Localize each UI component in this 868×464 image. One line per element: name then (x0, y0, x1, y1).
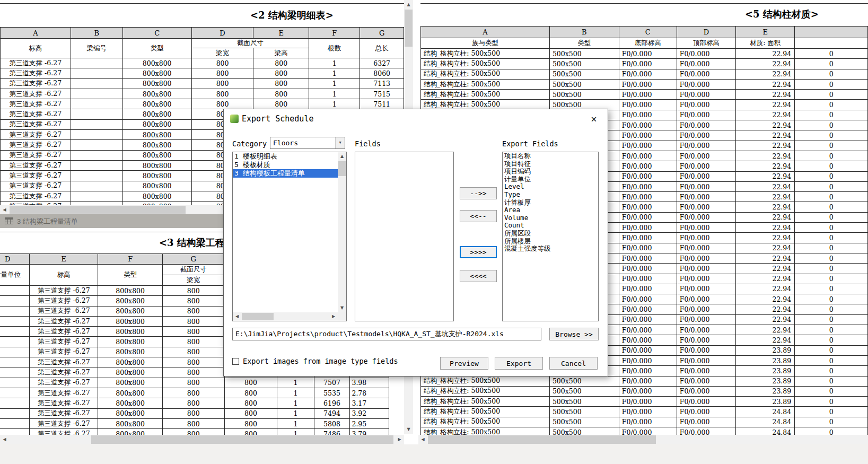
scroll-down-button[interactable]: ▼ (338, 304, 346, 312)
data-cell[interactable]: 结构_格构立柱: 500x500 (421, 79, 550, 89)
data-cell[interactable]: 0 (795, 141, 868, 151)
data-cell[interactable]: 1 (309, 78, 360, 89)
data-cell[interactable]: F0/0.000 (677, 417, 736, 427)
data-cell[interactable]: 23.89 (736, 345, 795, 355)
export-field-item[interactable]: 项目编码 (503, 168, 598, 176)
data-cell[interactable]: 22.94 (736, 294, 795, 304)
data-cell[interactable]: 500x500 (549, 59, 619, 69)
scroll-thumb[interactable] (242, 313, 274, 320)
data-cell[interactable]: 22.94 (736, 79, 795, 89)
data-cell[interactable]: 0 (795, 345, 868, 355)
export-field-item[interactable]: 所属楼层 (503, 238, 598, 246)
data-cell[interactable]: 0 (795, 59, 868, 69)
schedule-list-item[interactable]: 5 楼板材质 (233, 161, 338, 169)
data-cell[interactable]: 0 (795, 181, 868, 191)
data-cell[interactable]: 0 (795, 366, 868, 376)
data-cell[interactable] (0, 296, 30, 306)
data-cell[interactable]: 0 (795, 69, 868, 79)
data-cell[interactable]: 22.94 (736, 100, 795, 110)
data-cell[interactable]: F0/0.000 (677, 407, 736, 417)
column-letter-cell[interactable]: D (0, 254, 30, 265)
data-cell[interactable]: F0/0.000 (677, 335, 736, 345)
data-cell[interactable]: 800 (224, 408, 277, 418)
schedule-listbox[interactable]: 1 楼板明细表5 楼板材质3 结构楼板工程量清单 ▲ ▼ ◀ ▶ (232, 152, 347, 321)
data-cell[interactable]: 0 (795, 233, 868, 243)
schedule-list-hscrollbar[interactable]: ◀ ▶ (233, 312, 338, 321)
data-cell[interactable]: F0/0.000 (619, 212, 677, 222)
data-cell[interactable]: 第三道支撑 -6.27 (1, 99, 71, 109)
data-cell[interactable]: F0/0.000 (619, 284, 677, 294)
export-field-item[interactable]: Area (503, 206, 598, 214)
column-letter-cell[interactable]: A (421, 27, 550, 38)
data-cell[interactable]: 800 (253, 68, 309, 78)
data-cell[interactable]: 800 (253, 99, 309, 109)
data-cell[interactable]: 第三道支撑 -6.27 (1, 140, 71, 150)
data-cell[interactable]: 1 (277, 378, 314, 388)
data-cell[interactable]: 第三道支撑 -6.27 (1, 202, 71, 205)
data-cell[interactable]: F0/0.000 (677, 366, 736, 376)
data-cell[interactable]: 结构_格构立柱: 500x500 (421, 90, 550, 100)
data-cell[interactable]: 0 (795, 274, 868, 284)
column-letter-cell[interactable]: F (309, 28, 360, 39)
data-cell[interactable]: 6196 (314, 398, 350, 408)
data-cell[interactable]: F0/0.000 (619, 314, 677, 325)
data-cell[interactable]: 800 (253, 58, 309, 68)
data-cell[interactable]: 800x800 (122, 160, 191, 170)
data-cell[interactable]: 800x800 (98, 398, 163, 408)
data-cell[interactable]: F0/0.000 (619, 192, 677, 202)
data-cell[interactable]: F0/0.000 (677, 355, 736, 365)
schedule-list-vscrollbar[interactable]: ▲ ▼ (338, 152, 346, 312)
data-cell[interactable]: 800x800 (122, 68, 191, 78)
column-letter-cell[interactable]: E (736, 27, 795, 38)
data-cell[interactable]: 23.89 (736, 366, 795, 376)
data-cell[interactable]: 0 (795, 427, 868, 435)
column-letter-cell[interactable]: D (191, 28, 253, 39)
export-path-input[interactable] (232, 328, 541, 340)
data-cell[interactable]: 0 (795, 304, 868, 314)
data-cell[interactable]: F0/0.000 (677, 49, 736, 59)
data-cell[interactable]: 800 (191, 68, 253, 78)
data-cell[interactable]: 22.94 (736, 181, 795, 191)
data-cell[interactable] (71, 150, 122, 160)
export-field-item[interactable]: 项目名称 (503, 152, 598, 160)
data-cell[interactable]: 7507 (314, 378, 350, 388)
data-cell[interactable] (0, 388, 30, 398)
data-cell[interactable]: F0/0.000 (677, 202, 736, 212)
export-field-item[interactable]: Type (503, 191, 598, 199)
data-cell[interactable]: 第三道支撑 -6.27 (30, 378, 98, 388)
data-cell[interactable]: 24.84 (736, 427, 795, 435)
move-all-right-button[interactable]: >>>> (460, 246, 497, 258)
scroll-left-button[interactable]: ◀ (233, 312, 241, 321)
data-cell[interactable]: 23.89 (736, 376, 795, 386)
data-cell[interactable]: 1 (277, 408, 314, 418)
data-cell[interactable]: F0/0.000 (619, 274, 677, 284)
move-left-button[interactable]: <<-- (460, 210, 497, 222)
data-cell[interactable]: 7113 (360, 78, 404, 89)
data-cell[interactable]: 800x800 (98, 306, 163, 316)
data-cell[interactable]: F0/0.000 (619, 141, 677, 151)
data-cell[interactable]: 22.94 (736, 110, 795, 120)
column-letter-cell[interactable]: D (677, 27, 736, 38)
data-cell[interactable]: F0/0.000 (677, 69, 736, 79)
export-field-item[interactable]: 计量单位 (503, 176, 598, 183)
column-letter-cell[interactable]: A (1, 28, 71, 39)
header-cell[interactable]: 总长 (360, 39, 404, 58)
data-cell[interactable] (71, 89, 122, 99)
data-cell[interactable]: 结构_格构立柱: 500x500 (421, 397, 550, 407)
category-dropdown[interactable]: Floors ▼ (270, 137, 345, 149)
data-cell[interactable]: 800 (162, 367, 224, 378)
data-cell[interactable]: F0/0.000 (677, 212, 736, 222)
data-cell[interactable]: 1 (309, 68, 360, 78)
data-cell[interactable]: 800 (224, 398, 277, 408)
data-cell[interactable] (71, 68, 122, 78)
data-cell[interactable]: 800x800 (98, 286, 163, 296)
data-cell[interactable]: 2.95 (350, 418, 389, 428)
column-letter-cell[interactable]: E (253, 28, 309, 39)
data-cell[interactable]: 0 (795, 386, 868, 396)
data-cell[interactable]: F0/0.000 (677, 294, 736, 304)
data-cell[interactable]: 22.94 (736, 130, 795, 141)
data-cell[interactable]: 7515 (360, 89, 404, 99)
data-cell[interactable]: 7494 (314, 408, 350, 418)
data-cell[interactable]: F0/0.000 (619, 223, 677, 233)
data-cell[interactable]: F0/0.000 (677, 304, 736, 314)
